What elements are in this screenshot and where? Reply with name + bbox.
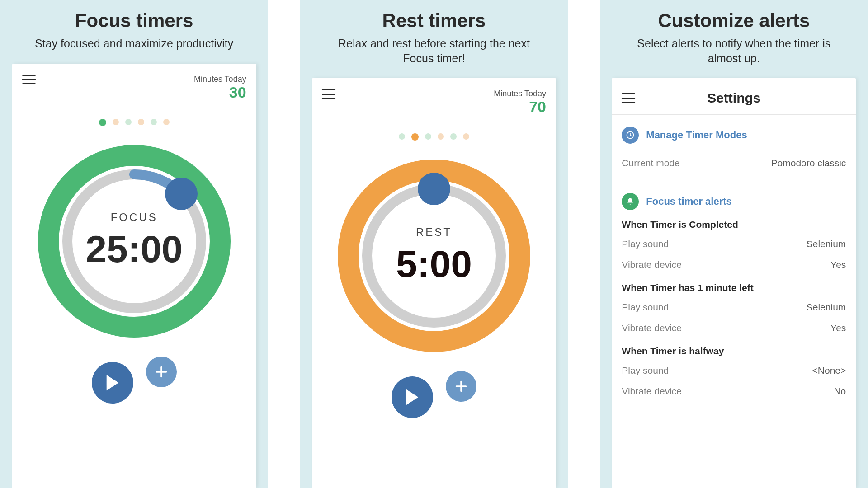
settings-header: Settings (622, 89, 846, 107)
plus-icon (455, 380, 467, 393)
settings-row[interactable]: Play soundSelenium (622, 234, 846, 254)
settings-row[interactable]: Play sound<None> (622, 360, 846, 381)
timer-knob[interactable] (165, 178, 198, 210)
alert-group-heading: When Timer is halfway (622, 346, 846, 357)
session-dots (322, 133, 546, 141)
section-head: Manage Timer Modes (622, 127, 846, 144)
section-head: Focus timer alerts (622, 193, 846, 210)
phone-header: Minutes Today 30 (22, 75, 246, 101)
panel-focus: Focus timers Stay focused and maximize p… (0, 0, 268, 488)
play-icon (405, 389, 420, 406)
row-label: Current mode (622, 158, 679, 169)
minutes-label: Minutes Today (494, 89, 546, 99)
alert-groups: When Timer is CompletedPlay soundSeleniu… (622, 219, 846, 402)
settings-row[interactable]: Vibrate deviceNo (622, 381, 846, 402)
timer-time-value: 5:00 (396, 242, 472, 286)
menu-icon[interactable] (22, 75, 36, 84)
timer-ring-wrap: REST 5:00 (322, 159, 546, 353)
alert-group-heading: When Timer is Completed (622, 219, 846, 230)
row-label: Play sound (622, 239, 669, 249)
session-dot[interactable] (399, 133, 405, 140)
row-value: <None> (812, 365, 846, 376)
minutes-value: 30 (194, 84, 246, 101)
settings-row[interactable]: Vibrate deviceYes (622, 318, 846, 338)
panel-title: Focus timers (75, 10, 193, 32)
current-mode-row[interactable]: Current mode Pomodoro classic (622, 153, 846, 174)
settings-title: Settings (622, 90, 846, 106)
row-value: Yes (830, 323, 846, 333)
session-dot[interactable] (163, 119, 170, 125)
row-label: Vibrate device (622, 323, 682, 333)
minutes-today: Minutes Today 30 (194, 75, 246, 101)
session-dot[interactable] (438, 133, 444, 140)
section-manage-modes: Manage Timer Modes Current mode Pomodoro… (622, 127, 846, 174)
panel-subtitle: Relax and rest before starting the next … (330, 36, 538, 66)
row-value: No (834, 386, 846, 397)
session-dot[interactable] (125, 119, 132, 125)
add-button[interactable] (446, 371, 476, 402)
play-button[interactable] (392, 376, 433, 418)
session-dot[interactable] (450, 133, 457, 140)
session-dot[interactable] (411, 133, 419, 141)
panel-title: Customize alerts (658, 10, 810, 32)
settings-row[interactable]: Vibrate deviceYes (622, 254, 846, 275)
play-button[interactable] (92, 362, 133, 404)
panel-rest: Rest timers Relax and rest before starti… (300, 0, 568, 488)
panel-subtitle: Select alerts to notify when the timer i… (630, 36, 838, 66)
session-dot[interactable] (151, 119, 157, 125)
bell-icon (622, 193, 639, 210)
session-dot[interactable] (113, 119, 119, 125)
section-focus-alerts: Focus timer alerts When Timer is Complet… (622, 193, 846, 402)
row-value: Pomodoro classic (771, 158, 846, 169)
panel-settings: Customize alerts Select alerts to notify… (600, 0, 868, 488)
row-value: Selenium (807, 239, 846, 249)
alert-group-heading: When Timer has 1 minute left (622, 282, 846, 293)
session-dot[interactable] (99, 119, 106, 126)
phone-screen-rest: Minutes Today 70 REST 5:00 (312, 78, 556, 488)
clock-icon (622, 127, 639, 144)
phone-screen-focus: Minutes Today 30 FOCUS 25:00 (12, 64, 256, 488)
divider (612, 114, 856, 115)
panel-subtitle: Stay focused and maximize productivity (35, 36, 233, 51)
phone-screen-settings: Settings Manage Timer Modes Current mode… (612, 78, 856, 488)
timer-text: FOCUS 25:00 (37, 144, 231, 338)
focus-alerts-link[interactable]: Focus timer alerts (646, 196, 732, 207)
timer-ring-wrap: FOCUS 25:00 (22, 144, 246, 338)
session-dot[interactable] (425, 133, 431, 140)
minutes-today: Minutes Today 70 (494, 89, 546, 115)
menu-icon[interactable] (322, 89, 335, 99)
row-label: Vibrate device (622, 386, 682, 397)
timer-mode-label: FOCUS (111, 211, 158, 224)
timer-knob[interactable] (418, 173, 450, 205)
session-dot[interactable] (138, 119, 144, 125)
plus-icon (155, 366, 168, 378)
timer-controls (22, 347, 246, 397)
timer-time-value: 25:00 (85, 227, 183, 271)
timer-ring[interactable]: FOCUS 25:00 (37, 144, 231, 338)
row-label: Play sound (622, 302, 669, 313)
showcase: Focus timers Stay focused and maximize p… (0, 0, 868, 488)
timer-ring[interactable]: REST 5:00 (337, 159, 531, 353)
add-button[interactable] (146, 357, 177, 387)
row-label: Play sound (622, 365, 669, 376)
play-icon (105, 374, 120, 391)
row-value: Yes (830, 259, 846, 270)
settings-row[interactable]: Play soundSelenium (622, 297, 846, 318)
phone-header: Minutes Today 70 (322, 89, 546, 115)
session-dot[interactable] (463, 133, 469, 140)
minutes-value: 70 (494, 99, 546, 115)
row-value: Selenium (807, 302, 846, 313)
timer-controls (322, 362, 546, 412)
session-dots (22, 119, 246, 126)
timer-mode-label: REST (416, 226, 452, 239)
manage-modes-link[interactable]: Manage Timer Modes (646, 129, 747, 141)
divider (622, 183, 846, 183)
panel-title: Rest timers (382, 10, 486, 32)
row-label: Vibrate device (622, 259, 682, 270)
minutes-label: Minutes Today (194, 75, 246, 84)
